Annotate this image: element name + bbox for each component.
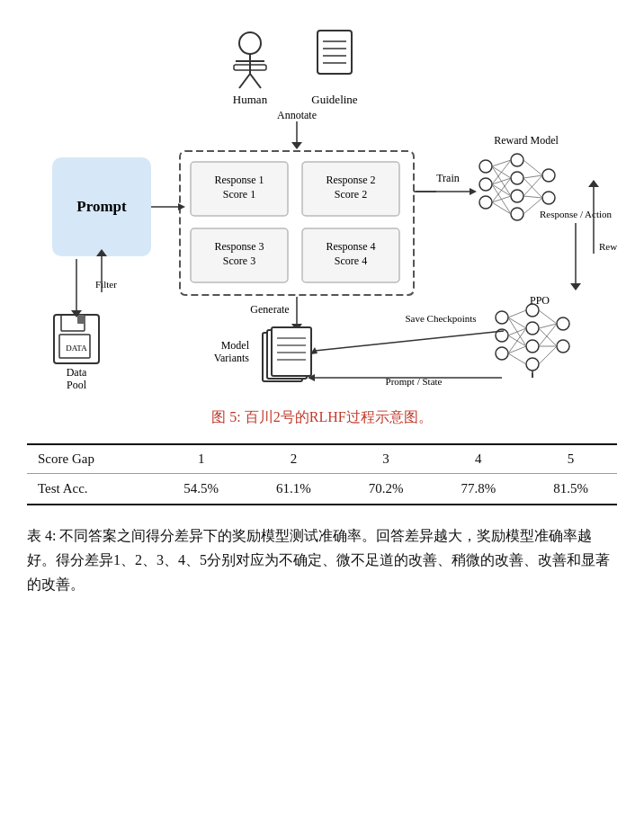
svg-text:Score 4: Score 4 [335,255,367,267]
col-score-gap: Score Gap [27,444,155,474]
ppo-nn-node [526,322,539,335]
generate-label: Generate [250,303,289,316]
train-arrow [470,188,477,195]
svg-text:Score 2: Score 2 [335,188,367,201]
cell-test-acc-label: Test Acc. [27,474,155,505]
table-header-row: Score Gap 1 2 3 4 5 [27,444,617,474]
svg-text:Response 3: Response 3 [215,240,264,253]
annotate-label: Annotate [277,109,317,121]
svg-line-3 [239,74,250,88]
col-4: 4 [432,444,524,474]
nn-edge [523,175,542,178]
col-1: 1 [155,444,247,474]
svg-text:Response 1: Response 1 [215,174,264,186]
nn-node [511,172,523,184]
nn-edge [523,178,542,198]
cell-test-acc-1: 54.5% [155,474,247,505]
nn-node [511,190,523,202]
ppo-nn-edge [508,317,526,328]
figure-caption: 图 5: 百川2号的RLHF过程示意图。 [27,408,617,427]
nn-node [542,192,555,204]
table-section: Score Gap 1 2 3 4 5 Test Acc. 54.5% 61.1… [27,443,617,505]
cell-test-acc-4: 77.8% [432,474,524,505]
svg-text:Response 2: Response 2 [326,174,376,186]
reward-arrow [588,180,599,187]
nn-node [511,154,523,166]
filter-label: Filter [95,279,117,290]
nn-edge [523,175,542,196]
rlhf-diagram: Human Guideline Annotate Response 1 Scor… [27,18,617,396]
human-label: Human [233,93,268,106]
train-label: Train [436,172,460,184]
prompt-to-responses-arrow [178,203,185,210]
table-description: 表 4: 不同答案之间得分差异下的奖励模型测试准确率。回答差异越大，奖励模型准确… [27,523,617,597]
annotate-arrow [291,142,302,149]
ppo-nn-node [526,340,539,353]
ppo-nn-node [557,340,569,353]
nn-edge [523,160,542,175]
svg-text:Score 3: Score 3 [223,255,255,267]
svg-line-30 [315,331,504,351]
ppo-nn-edge [539,328,557,346]
nn-node [511,208,523,220]
response-action-label: Response / Action [540,209,613,219]
floppy-text: DATA [66,344,87,353]
ppo-nn-edge [539,324,557,346]
human-icon [234,32,266,88]
svg-line-4 [250,74,261,88]
score-table: Score Gap 1 2 3 4 5 Test Acc. 54.5% 61.1… [27,443,617,505]
model-variants-label: Model [221,339,250,352]
cell-test-acc-2: 61.1% [247,474,340,505]
col-5: 5 [524,444,617,474]
model-variants-label2: Variants [214,352,250,364]
nn-edge [492,202,511,214]
nn-node [479,196,492,209]
ppo-nn-edge [508,353,526,364]
col-3: 3 [340,444,433,474]
nn-node [479,178,492,191]
nn-node [479,160,492,173]
ppo-nn-node [526,358,539,371]
guideline-label: Guideline [311,93,357,106]
ppo-nn-edge [539,346,557,364]
nn-edge [523,196,542,198]
table-row: Test Acc. 54.5% 61.1% 70.2% 77.8% 81.5% [27,474,617,505]
guideline-icon [318,31,352,74]
svg-point-0 [239,32,261,54]
ppo-nn-node [496,347,508,360]
prompt-label: Prompt [76,198,127,215]
ppo-nn-node [496,311,508,324]
cell-test-acc-3: 70.2% [340,474,433,505]
page-front [272,327,311,376]
col-2: 2 [247,444,340,474]
response-action-arrow [570,283,581,290]
cell-test-acc-5: 81.5% [524,474,617,505]
save-checkpoints-label: Save Checkpoints [405,313,476,324]
floppy-notch [77,315,85,324]
svg-text:Score 1: Score 1 [223,188,255,201]
ppo-nn-edge [539,310,557,324]
ppo-label: PPO [530,294,550,307]
svg-rect-6 [318,31,352,74]
data-pool-label2: Pool [67,379,87,391]
svg-text:Response 4: Response 4 [326,240,376,253]
data-pool-label: Data [67,366,87,379]
ppo-nn-edge [508,310,526,317]
nn-node [542,169,555,182]
reward-label: Reward [599,241,617,252]
reward-model-label: Reward Model [494,134,559,147]
ppo-nn-node [557,317,569,330]
